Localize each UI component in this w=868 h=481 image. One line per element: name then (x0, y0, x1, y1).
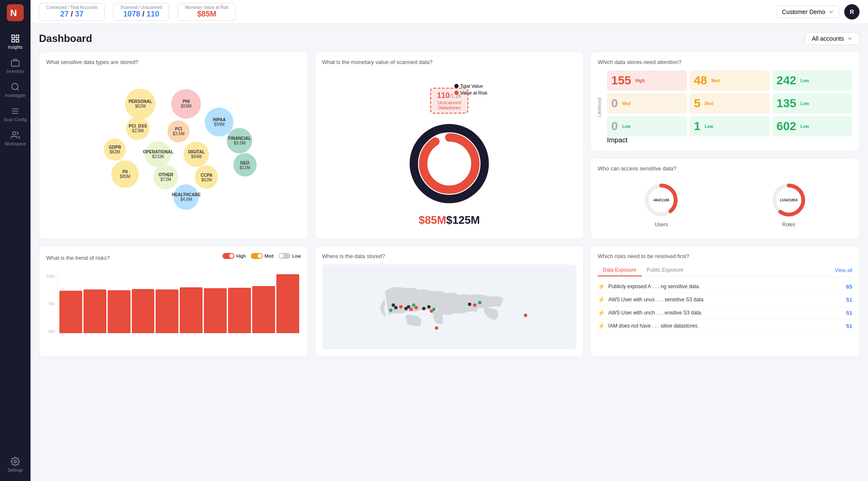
svg-point-7 (12, 83, 18, 90)
bubble-phi: PHI$59M (171, 89, 201, 119)
data-stores-card: Which data stores need attention? Likeli… (590, 52, 860, 151)
sidebar-item-scan-config[interactable]: Scan Config (0, 102, 31, 126)
user-avatar[interactable]: R (844, 4, 860, 19)
bubble-geo: GEO$11M (233, 153, 256, 177)
metric-accounts-v2: 37 (75, 10, 83, 18)
bubble-digital: DIGITAL$84M (184, 142, 209, 167)
risk-count-2: 51 (846, 310, 852, 316)
accounts-chevron-icon (847, 36, 852, 41)
sidebar-item-inventory[interactable]: Inventory (0, 54, 31, 78)
bottom-cards-row: What is the trend of risks? High Med (39, 246, 860, 356)
sensitive-data-title: What sensitive data types are stored? (46, 59, 301, 65)
cell-4-tag: Med (703, 101, 715, 106)
toggle-low[interactable] (278, 253, 290, 259)
cell-8-tag: Low (799, 124, 811, 129)
map-dot-16 (524, 314, 527, 317)
monetary-value-title: What is the monetary value of scanned da… (322, 59, 577, 65)
toggle-high[interactable] (223, 253, 234, 259)
app-logo[interactable]: N (7, 4, 24, 21)
donut-legend: Total Value Value at Risk (454, 83, 487, 97)
metric-monetary-label: Monetary Value at Risk (185, 5, 228, 10)
sidebar-item-insights[interactable]: Insights (0, 30, 31, 54)
sidebar-item-settings[interactable]: Settings (0, 453, 31, 477)
map-dot-2 (389, 309, 392, 312)
users-donut-label: 464/1186 (654, 198, 670, 202)
tab-data-exposure[interactable]: Data Exposure (598, 264, 641, 276)
svg-rect-6 (11, 61, 19, 66)
top-cards-row: What sensitive data types are stored? PH… (39, 52, 860, 239)
cell-2-tag: Low (799, 78, 811, 83)
legend-total: Total Value (454, 83, 487, 89)
access-card: Who can access sensitive data? 464/1186 (590, 158, 860, 239)
cell-3-num: 0 (611, 97, 618, 110)
access-roles: 1104/1853 Roles (770, 181, 808, 228)
legend-risk: Value at Risk (454, 90, 487, 95)
svg-point-14 (423, 137, 475, 189)
monetary-value-card: What is the monetary value of scanned da… (315, 52, 584, 239)
customer-dropdown[interactable]: Customer Demo (776, 6, 839, 18)
bar-1 (83, 289, 106, 333)
legend-total-label: Total Value (460, 83, 483, 89)
bubble-healthcare: HEALTHCARE$4.8M (173, 184, 199, 210)
toggle-med[interactable] (251, 253, 263, 259)
svg-point-12 (14, 460, 17, 463)
cell-6-tag: Low (620, 124, 632, 129)
cell-7-num: 1 (694, 120, 701, 133)
risk-count-1: 51 (846, 297, 852, 303)
monetary-donut-section: Total Value Value at Risk 110/1.2K Unsca… (322, 70, 577, 231)
cell-7-tag: Low (703, 124, 715, 129)
customer-name: Customer Demo (782, 8, 825, 15)
risk-icon-0: ⚡ (598, 283, 605, 290)
metric-accounts-label: Connected / Total Accounts (46, 5, 97, 10)
bar-3 (132, 289, 155, 333)
risk-text-1: AWS User with unus . . . sensitive S3 da… (608, 297, 843, 303)
risk-item-2: ⚡ AWS User with unch . . . ensitive S3 d… (598, 306, 852, 320)
map-dot-10 (427, 305, 431, 309)
bubble-personal: PERSONAL$62M (125, 89, 156, 119)
risk-item-3: ⚡ IAM does not have . . . sitive datasto… (598, 320, 852, 333)
view-all-link[interactable]: View all (835, 265, 852, 276)
sidebar: N Insights Inventory Investigate Scan Co… (0, 0, 31, 481)
monetary-amount: $85M$125M (419, 214, 480, 227)
tab-public-exposure[interactable]: Public Exposure (642, 264, 689, 276)
topbar-right: Customer Demo R (776, 4, 860, 19)
risk-legend: High Med Low (223, 253, 300, 259)
bubble-pci_dss: PCI_DSS$2.8M (126, 117, 150, 140)
cell-1-num: 48 (694, 74, 707, 87)
metric-accounts-values: 27 / 37 (60, 10, 83, 19)
risk-text-2: AWS User with unch . . . ensitive S3 dat… (608, 310, 843, 316)
bubble-financial: FINANCIAL$3.5M (227, 128, 252, 153)
accounts-label: All accounts (812, 35, 844, 42)
accounts-dropdown[interactable]: All accounts (805, 32, 860, 45)
legend-dot-risk (454, 91, 459, 95)
bubble-ccpa: CCPA$62M (195, 166, 218, 189)
svg-text:N: N (10, 8, 17, 18)
bars-container (57, 274, 301, 334)
bubble-operational: OPERATIONAL$233K (145, 141, 171, 167)
metric-scanned: Scanned / Unscanned 1078 / 110 (113, 3, 169, 21)
risk-text-0: Publicly exposed A . . . ng sensitive da… (608, 284, 843, 289)
risk-count-0: 65 (846, 284, 852, 290)
risk-icon-2: ⚡ (598, 309, 605, 316)
bubble-pii: PII$85M (111, 160, 139, 188)
data-stores-grid-wrap: Likelihood 155 High 48 Med (598, 70, 852, 144)
sidebar-item-workspace[interactable]: Workspace (0, 126, 31, 150)
attention-cell-6: 0 Low (607, 116, 687, 136)
metric-scanned-label: Scanned / Unscanned (120, 5, 162, 10)
content-header: Dashboard All accounts (39, 32, 860, 45)
attention-cell-2: 242 Low (772, 70, 852, 91)
chevron-down-icon (829, 9, 834, 14)
risk-items-list: ⚡ Publicly exposed A . . . ng sensitive … (598, 280, 852, 333)
risk-tabs: Data Exposure Public Exposure View all (598, 264, 852, 277)
legend-risk-label: Value at Risk (460, 90, 487, 95)
risk-item-0: ⚡ Publicly exposed A . . . ng sensitive … (598, 280, 852, 293)
svg-rect-2 (12, 35, 14, 38)
attention-grid: 155 High 48 Med 242 Low (607, 70, 852, 136)
sidebar-item-investigate[interactable]: Investigate (0, 78, 31, 102)
risk-item-1: ⚡ AWS User with unus . . . sensitive S3 … (598, 293, 852, 306)
svg-point-11 (13, 132, 16, 135)
map-dot-6 (409, 308, 413, 311)
metric-monetary: Monetary Value at Risk $85M (178, 3, 236, 21)
world-map (322, 264, 577, 349)
legend-high-label: High (236, 253, 246, 259)
